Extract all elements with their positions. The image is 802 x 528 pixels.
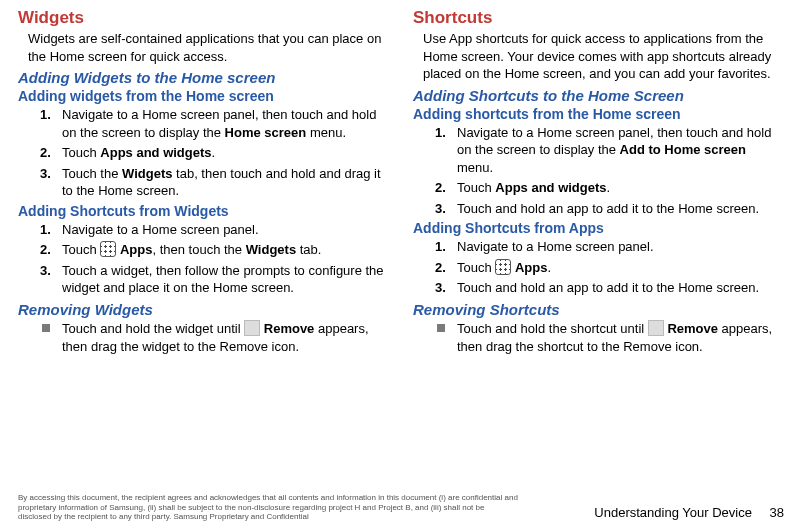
step-text: Touch and hold an app to add it to the H…	[457, 280, 759, 295]
remove-icon	[648, 320, 664, 336]
step-text: tab.	[296, 242, 321, 257]
adding-shortcuts-widgets-heading: Adding Shortcuts from Widgets	[18, 203, 389, 219]
step-text: Navigate to a Home screen panel.	[457, 239, 654, 254]
adding-widgets-home-steps: 1. Navigate to a Home screen panel, then…	[40, 106, 389, 200]
list-item: 1. Navigate to a Home screen panel, then…	[435, 124, 784, 177]
step-bold: Apps	[120, 242, 153, 257]
list-item: 3. Touch and hold an app to add it to th…	[435, 279, 784, 297]
step-text: Touch and hold an app to add it to the H…	[457, 201, 759, 216]
step-text: Touch	[457, 260, 495, 275]
list-item: 2. Touch Apps.	[435, 259, 784, 277]
adding-shortcuts-widgets-steps: 1. Navigate to a Home screen panel. 2. T…	[40, 221, 389, 297]
step-text: .	[547, 260, 551, 275]
list-item: 3. Touch and hold an app to add it to th…	[435, 200, 784, 218]
shortcuts-intro: Use App shortcuts for quick access to ap…	[423, 30, 784, 83]
step-text: Navigate to a Home screen panel.	[62, 222, 259, 237]
list-item: 1. Navigate to a Home screen panel.	[435, 238, 784, 256]
footer-disclaimer: By accessing this document, the recipien…	[18, 493, 518, 522]
removing-shortcuts-bullet: Touch and hold the shortcut until Remove…	[435, 320, 784, 355]
right-column: Shortcuts Use App shortcuts for quick ac…	[413, 8, 784, 355]
step-text: Touch	[62, 145, 100, 160]
step-text: Touch a widget, then follow the prompts …	[62, 263, 384, 296]
bullet-text: Touch and hold the shortcut until	[457, 321, 648, 336]
apps-icon	[100, 241, 116, 257]
step-bold: Home screen	[225, 125, 307, 140]
shortcuts-title: Shortcuts	[413, 8, 784, 28]
adding-shortcuts-heading: Adding Shortcuts to the Home Screen	[413, 87, 784, 104]
step-bold: Add to Home screen	[620, 142, 746, 157]
apps-icon	[495, 259, 511, 275]
list-item: 1. Navigate to a Home screen panel, then…	[40, 106, 389, 141]
adding-shortcuts-home-steps: 1. Navigate to a Home screen panel, then…	[435, 124, 784, 218]
list-item: 2. Touch Apps and widgets.	[435, 179, 784, 197]
removing-widgets-bullet: Touch and hold the widget until Remove a…	[40, 320, 389, 355]
adding-widgets-heading: Adding Widgets to the Home screen	[18, 69, 389, 86]
removing-shortcuts-heading: Removing Shortcuts	[413, 301, 784, 318]
adding-shortcuts-apps-heading: Adding Shortcuts from Apps	[413, 220, 784, 236]
bullet-bold: Remove	[667, 321, 718, 336]
step-text: Touch the	[62, 166, 122, 181]
step-bold: Apps	[515, 260, 548, 275]
left-column: Widgets Widgets are self-contained appli…	[18, 8, 389, 355]
step-text: menu.	[457, 160, 493, 175]
adding-shortcuts-home-heading: Adding shortcuts from the Home screen	[413, 106, 784, 122]
step-text: .	[607, 180, 611, 195]
step-bold: Apps and widgets	[100, 145, 211, 160]
step-bold: Widgets	[246, 242, 296, 257]
list-item: 2. Touch Apps and widgets.	[40, 144, 389, 162]
list-item: 1. Navigate to a Home screen panel.	[40, 221, 389, 239]
footer-right: Understanding Your Device 38	[594, 505, 784, 520]
widgets-intro: Widgets are self-contained applications …	[28, 30, 389, 65]
step-bold: Widgets	[122, 166, 172, 181]
step-text: Touch	[62, 242, 100, 257]
list-item: 3. Touch a widget, then follow the promp…	[40, 262, 389, 297]
footer-section: Understanding Your Device	[594, 505, 752, 520]
list-item: 2. Touch Apps, then touch the Widgets ta…	[40, 241, 389, 259]
list-item: 3. Touch the Widgets tab, then touch and…	[40, 165, 389, 200]
step-text: menu.	[306, 125, 346, 140]
step-bold: Apps and widgets	[495, 180, 606, 195]
remove-icon	[244, 320, 260, 336]
adding-widgets-home-heading: Adding widgets from the Home screen	[18, 88, 389, 104]
step-text: , then touch the	[152, 242, 245, 257]
step-text: .	[212, 145, 216, 160]
page-number: 38	[770, 505, 784, 520]
step-text: Touch	[457, 180, 495, 195]
bullet-bold: Remove	[264, 321, 315, 336]
bullet-text: Touch and hold the widget until	[62, 321, 244, 336]
adding-shortcuts-apps-steps: 1. Navigate to a Home screen panel. 2. T…	[435, 238, 784, 297]
content-columns: Widgets Widgets are self-contained appli…	[18, 8, 784, 355]
removing-widgets-heading: Removing Widgets	[18, 301, 389, 318]
widgets-title: Widgets	[18, 8, 389, 28]
